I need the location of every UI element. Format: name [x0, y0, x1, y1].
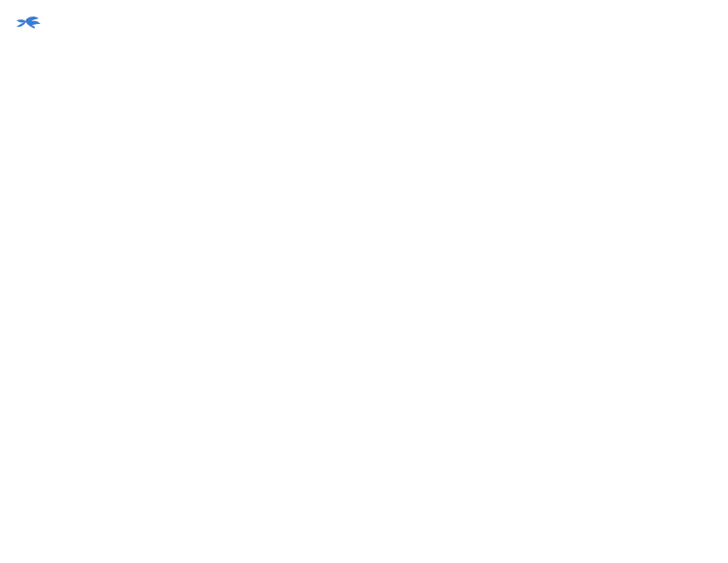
logo — [15, 15, 44, 35]
header — [15, 15, 713, 35]
logo-bird-icon — [15, 15, 40, 35]
